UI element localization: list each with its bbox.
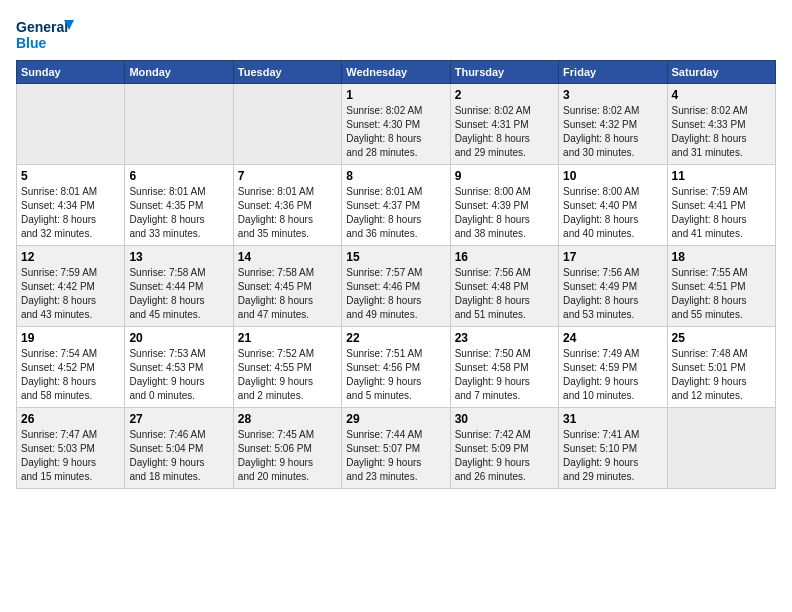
calendar-cell: 20Sunrise: 7:53 AM Sunset: 4:53 PM Dayli… [125, 327, 233, 408]
day-number: 4 [672, 88, 771, 102]
calendar-cell [233, 84, 341, 165]
weekday-header-thursday: Thursday [450, 61, 558, 84]
calendar-cell: 2Sunrise: 8:02 AM Sunset: 4:31 PM Daylig… [450, 84, 558, 165]
day-number: 29 [346, 412, 445, 426]
day-info: Sunrise: 8:02 AM Sunset: 4:32 PM Dayligh… [563, 104, 662, 160]
day-info: Sunrise: 7:52 AM Sunset: 4:55 PM Dayligh… [238, 347, 337, 403]
day-info: Sunrise: 7:48 AM Sunset: 5:01 PM Dayligh… [672, 347, 771, 403]
day-number: 19 [21, 331, 120, 345]
day-number: 5 [21, 169, 120, 183]
day-info: Sunrise: 7:50 AM Sunset: 4:58 PM Dayligh… [455, 347, 554, 403]
svg-text:General: General [16, 19, 68, 35]
day-info: Sunrise: 8:00 AM Sunset: 4:40 PM Dayligh… [563, 185, 662, 241]
calendar-cell: 21Sunrise: 7:52 AM Sunset: 4:55 PM Dayli… [233, 327, 341, 408]
day-info: Sunrise: 7:49 AM Sunset: 4:59 PM Dayligh… [563, 347, 662, 403]
weekday-header-row: SundayMondayTuesdayWednesdayThursdayFrid… [17, 61, 776, 84]
weekday-header-saturday: Saturday [667, 61, 775, 84]
calendar-cell: 1Sunrise: 8:02 AM Sunset: 4:30 PM Daylig… [342, 84, 450, 165]
day-number: 8 [346, 169, 445, 183]
calendar-cell: 16Sunrise: 7:56 AM Sunset: 4:48 PM Dayli… [450, 246, 558, 327]
day-number: 21 [238, 331, 337, 345]
day-info: Sunrise: 7:56 AM Sunset: 4:49 PM Dayligh… [563, 266, 662, 322]
day-number: 16 [455, 250, 554, 264]
calendar-week-row: 19Sunrise: 7:54 AM Sunset: 4:52 PM Dayli… [17, 327, 776, 408]
calendar-cell: 8Sunrise: 8:01 AM Sunset: 4:37 PM Daylig… [342, 165, 450, 246]
day-info: Sunrise: 8:01 AM Sunset: 4:34 PM Dayligh… [21, 185, 120, 241]
calendar-cell: 27Sunrise: 7:46 AM Sunset: 5:04 PM Dayli… [125, 408, 233, 489]
day-number: 22 [346, 331, 445, 345]
calendar-cell: 29Sunrise: 7:44 AM Sunset: 5:07 PM Dayli… [342, 408, 450, 489]
day-info: Sunrise: 7:42 AM Sunset: 5:09 PM Dayligh… [455, 428, 554, 484]
day-info: Sunrise: 8:01 AM Sunset: 4:35 PM Dayligh… [129, 185, 228, 241]
calendar-cell: 7Sunrise: 8:01 AM Sunset: 4:36 PM Daylig… [233, 165, 341, 246]
calendar-cell: 11Sunrise: 7:59 AM Sunset: 4:41 PM Dayli… [667, 165, 775, 246]
day-info: Sunrise: 7:59 AM Sunset: 4:41 PM Dayligh… [672, 185, 771, 241]
weekday-header-monday: Monday [125, 61, 233, 84]
day-number: 26 [21, 412, 120, 426]
calendar-cell: 22Sunrise: 7:51 AM Sunset: 4:56 PM Dayli… [342, 327, 450, 408]
day-number: 31 [563, 412, 662, 426]
day-info: Sunrise: 7:41 AM Sunset: 5:10 PM Dayligh… [563, 428, 662, 484]
day-info: Sunrise: 7:57 AM Sunset: 4:46 PM Dayligh… [346, 266, 445, 322]
calendar-cell: 24Sunrise: 7:49 AM Sunset: 4:59 PM Dayli… [559, 327, 667, 408]
day-number: 23 [455, 331, 554, 345]
calendar-cell: 9Sunrise: 8:00 AM Sunset: 4:39 PM Daylig… [450, 165, 558, 246]
svg-text:Blue: Blue [16, 35, 47, 51]
day-number: 14 [238, 250, 337, 264]
calendar-cell: 23Sunrise: 7:50 AM Sunset: 4:58 PM Dayli… [450, 327, 558, 408]
day-info: Sunrise: 7:45 AM Sunset: 5:06 PM Dayligh… [238, 428, 337, 484]
day-info: Sunrise: 8:02 AM Sunset: 4:33 PM Dayligh… [672, 104, 771, 160]
calendar-week-row: 26Sunrise: 7:47 AM Sunset: 5:03 PM Dayli… [17, 408, 776, 489]
calendar-cell: 5Sunrise: 8:01 AM Sunset: 4:34 PM Daylig… [17, 165, 125, 246]
calendar-cell [125, 84, 233, 165]
day-info: Sunrise: 7:58 AM Sunset: 4:45 PM Dayligh… [238, 266, 337, 322]
day-number: 11 [672, 169, 771, 183]
calendar-cell: 14Sunrise: 7:58 AM Sunset: 4:45 PM Dayli… [233, 246, 341, 327]
page-header: GeneralBlue [16, 16, 776, 52]
day-number: 15 [346, 250, 445, 264]
day-info: Sunrise: 7:53 AM Sunset: 4:53 PM Dayligh… [129, 347, 228, 403]
weekday-header-sunday: Sunday [17, 61, 125, 84]
day-number: 12 [21, 250, 120, 264]
day-number: 18 [672, 250, 771, 264]
day-number: 3 [563, 88, 662, 102]
weekday-header-tuesday: Tuesday [233, 61, 341, 84]
day-number: 7 [238, 169, 337, 183]
day-number: 30 [455, 412, 554, 426]
calendar-table: SundayMondayTuesdayWednesdayThursdayFrid… [16, 60, 776, 489]
day-number: 10 [563, 169, 662, 183]
day-info: Sunrise: 7:46 AM Sunset: 5:04 PM Dayligh… [129, 428, 228, 484]
day-number: 28 [238, 412, 337, 426]
calendar-week-row: 12Sunrise: 7:59 AM Sunset: 4:42 PM Dayli… [17, 246, 776, 327]
day-number: 27 [129, 412, 228, 426]
calendar-cell: 6Sunrise: 8:01 AM Sunset: 4:35 PM Daylig… [125, 165, 233, 246]
calendar-cell: 10Sunrise: 8:00 AM Sunset: 4:40 PM Dayli… [559, 165, 667, 246]
calendar-cell: 25Sunrise: 7:48 AM Sunset: 5:01 PM Dayli… [667, 327, 775, 408]
day-info: Sunrise: 8:01 AM Sunset: 4:37 PM Dayligh… [346, 185, 445, 241]
calendar-cell: 26Sunrise: 7:47 AM Sunset: 5:03 PM Dayli… [17, 408, 125, 489]
day-info: Sunrise: 7:47 AM Sunset: 5:03 PM Dayligh… [21, 428, 120, 484]
calendar-cell: 12Sunrise: 7:59 AM Sunset: 4:42 PM Dayli… [17, 246, 125, 327]
day-info: Sunrise: 8:01 AM Sunset: 4:36 PM Dayligh… [238, 185, 337, 241]
logo-svg: GeneralBlue [16, 16, 76, 52]
day-number: 2 [455, 88, 554, 102]
calendar-cell: 19Sunrise: 7:54 AM Sunset: 4:52 PM Dayli… [17, 327, 125, 408]
day-number: 1 [346, 88, 445, 102]
day-number: 9 [455, 169, 554, 183]
day-number: 20 [129, 331, 228, 345]
day-info: Sunrise: 8:02 AM Sunset: 4:31 PM Dayligh… [455, 104, 554, 160]
calendar-cell [17, 84, 125, 165]
day-number: 25 [672, 331, 771, 345]
day-number: 6 [129, 169, 228, 183]
calendar-week-row: 5Sunrise: 8:01 AM Sunset: 4:34 PM Daylig… [17, 165, 776, 246]
calendar-week-row: 1Sunrise: 8:02 AM Sunset: 4:30 PM Daylig… [17, 84, 776, 165]
calendar-cell [667, 408, 775, 489]
day-info: Sunrise: 8:00 AM Sunset: 4:39 PM Dayligh… [455, 185, 554, 241]
day-info: Sunrise: 7:58 AM Sunset: 4:44 PM Dayligh… [129, 266, 228, 322]
logo: GeneralBlue [16, 16, 76, 52]
day-info: Sunrise: 7:56 AM Sunset: 4:48 PM Dayligh… [455, 266, 554, 322]
day-number: 13 [129, 250, 228, 264]
calendar-cell: 4Sunrise: 8:02 AM Sunset: 4:33 PM Daylig… [667, 84, 775, 165]
calendar-cell: 31Sunrise: 7:41 AM Sunset: 5:10 PM Dayli… [559, 408, 667, 489]
day-info: Sunrise: 8:02 AM Sunset: 4:30 PM Dayligh… [346, 104, 445, 160]
